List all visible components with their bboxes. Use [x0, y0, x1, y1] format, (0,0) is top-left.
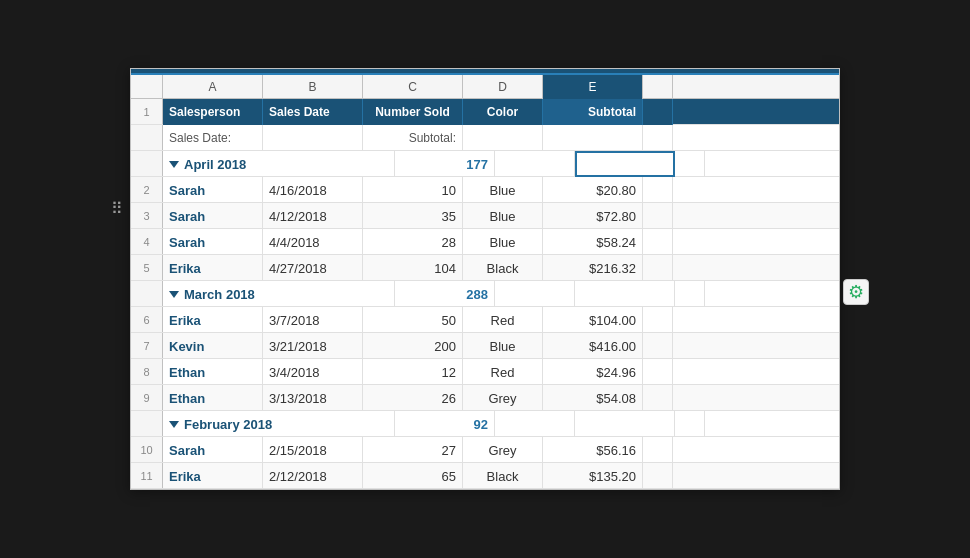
column-headers: A B C D E — [131, 75, 839, 99]
label-row-d — [463, 125, 543, 151]
row-5-date: 4/27/2018 — [263, 255, 363, 281]
table-row: 3 Sarah 4/12/2018 35 Blue $72.80 — [131, 203, 839, 229]
table-row: 5 Erika 4/27/2018 104 Black $216.32 — [131, 255, 839, 281]
row-10-extra — [643, 437, 673, 463]
april-row-number — [131, 151, 163, 176]
march-group-label[interactable]: March 2018 — [163, 281, 395, 307]
table-row: 8 Ethan 3/4/2018 12 Red $24.96 — [131, 359, 839, 385]
row-7-date: 3/21/2018 — [263, 333, 363, 359]
row-3-number-sold: 35 — [363, 203, 463, 229]
row-8-salesperson: Ethan — [163, 359, 263, 385]
row-8-date: 3/4/2018 — [263, 359, 363, 385]
march-subtotal: 288 — [395, 281, 495, 307]
february-subtotal: 92 — [395, 411, 495, 437]
february-group-label[interactable]: February 2018 — [163, 411, 395, 437]
gear-icon[interactable]: ⚙ — [843, 279, 869, 305]
label-row-e — [543, 125, 643, 151]
april-group-label[interactable]: April 2018 — [163, 151, 395, 177]
april-group-e-selected[interactable] — [575, 151, 675, 177]
col-header-a[interactable]: A — [163, 75, 263, 99]
row-11-subtotal: $135.20 — [543, 463, 643, 489]
row-10-number-sold: 27 — [363, 437, 463, 463]
table-row: 11 Erika 2/12/2018 65 Black $135.20 — [131, 463, 839, 489]
table-row: 6 Erika 3/7/2018 50 Red $104.00 — [131, 307, 839, 333]
header-subtotal: Subtotal — [543, 99, 643, 125]
row-5-number: 5 — [131, 255, 163, 280]
col-header-c[interactable]: C — [363, 75, 463, 99]
march-group-d — [495, 281, 575, 307]
row-2-salesperson: Sarah — [163, 177, 263, 203]
header-number-sold: Number Sold — [363, 99, 463, 125]
row-7-extra — [643, 333, 673, 359]
row-2-number-sold: 10 — [363, 177, 463, 203]
row-8-extra — [643, 359, 673, 385]
row-11-salesperson: Erika — [163, 463, 263, 489]
row-2-date: 4/16/2018 — [263, 177, 363, 203]
march-group-e — [575, 281, 675, 307]
table-row: 2 Sarah 4/16/2018 10 Blue $20.80 — [131, 177, 839, 203]
row-5-extra — [643, 255, 673, 281]
row-2-extra — [643, 177, 673, 203]
col-header-d[interactable]: D — [463, 75, 543, 99]
row-10-salesperson: Sarah — [163, 437, 263, 463]
row-4-subtotal: $58.24 — [543, 229, 643, 255]
col-header-extra — [643, 75, 673, 99]
subtotal-label: Subtotal: — [363, 125, 463, 151]
row-3-subtotal: $72.80 — [543, 203, 643, 229]
row-6-color: Red — [463, 307, 543, 333]
february-group-row[interactable]: February 2018 92 — [131, 411, 839, 437]
row-2-color: Blue — [463, 177, 543, 203]
row-11-number: 11 — [131, 463, 163, 488]
february-triangle-icon — [169, 421, 179, 428]
row-11-number-sold: 65 — [363, 463, 463, 489]
row-5-number-sold: 104 — [363, 255, 463, 281]
march-group-row[interactable]: March 2018 288 — [131, 281, 839, 307]
row-7-subtotal: $416.00 — [543, 333, 643, 359]
row-4-color: Blue — [463, 229, 543, 255]
april-subtotal: 177 — [395, 151, 495, 177]
february-group-extra — [675, 411, 705, 437]
row-4-extra — [643, 229, 673, 255]
row-3-extra — [643, 203, 673, 229]
row-8-subtotal: $24.96 — [543, 359, 643, 385]
row-6-extra — [643, 307, 673, 333]
row-9-number-sold: 26 — [363, 385, 463, 411]
row-3-color: Blue — [463, 203, 543, 229]
row-5-color: Black — [463, 255, 543, 281]
label-row-b — [263, 125, 363, 151]
row-number-1: 1 — [131, 99, 163, 124]
header-color: Color — [463, 99, 543, 125]
february-row-number — [131, 411, 163, 436]
row-8-number-sold: 12 — [363, 359, 463, 385]
label-row-number — [131, 125, 163, 150]
row-7-number-sold: 200 — [363, 333, 463, 359]
row-3-date: 4/12/2018 — [263, 203, 363, 229]
row-9-subtotal: $54.08 — [543, 385, 643, 411]
row-9-extra — [643, 385, 673, 411]
row-10-number: 10 — [131, 437, 163, 462]
col-header-b[interactable]: B — [263, 75, 363, 99]
april-group-row[interactable]: April 2018 177 — [131, 151, 839, 177]
row-8-number: 8 — [131, 359, 163, 384]
february-group-d — [495, 411, 575, 437]
row-6-number-sold: 50 — [363, 307, 463, 333]
march-row-number — [131, 281, 163, 306]
april-group-d — [495, 151, 575, 177]
sales-date-label: Sales Date: — [163, 125, 263, 151]
april-triangle-icon — [169, 161, 179, 168]
row-7-color: Blue — [463, 333, 543, 359]
table-row: 10 Sarah 2/15/2018 27 Grey $56.16 — [131, 437, 839, 463]
row-4-date: 4/4/2018 — [263, 229, 363, 255]
drag-handle-icon: ⠿ — [111, 199, 123, 218]
row-6-salesperson: Erika — [163, 307, 263, 333]
row-4-salesperson: Sarah — [163, 229, 263, 255]
row-4-number: 4 — [131, 229, 163, 254]
row-6-date: 3/7/2018 — [263, 307, 363, 333]
row-5-salesperson: Erika — [163, 255, 263, 281]
row-5-subtotal: $216.32 — [543, 255, 643, 281]
col-header-e[interactable]: E — [543, 75, 643, 99]
row-3-number: 3 — [131, 203, 163, 228]
april-group-extra — [675, 151, 705, 177]
row-3-salesperson: Sarah — [163, 203, 263, 229]
header-salesperson: Salesperson — [163, 99, 263, 125]
